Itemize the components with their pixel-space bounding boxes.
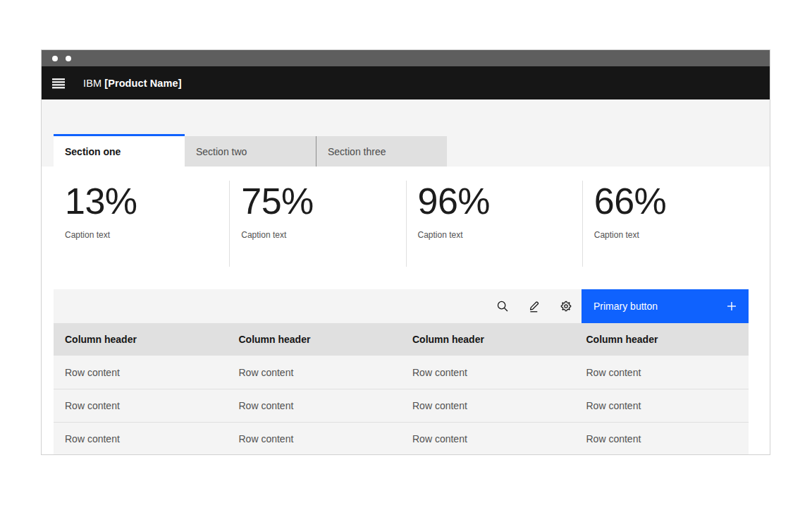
column-header: Column header xyxy=(575,323,749,356)
tab-section-three[interactable]: Section three xyxy=(316,136,447,167)
primary-button-label: Primary button xyxy=(593,301,658,312)
stat-card: 75% Caption text xyxy=(229,181,405,267)
table-cell: Row content xyxy=(575,356,749,389)
table-cell: Row content xyxy=(401,423,575,455)
tab-section-two[interactable]: Section two xyxy=(185,136,316,167)
column-header: Column header xyxy=(401,323,575,356)
app-window: IBM [Product Name] Section one Section t… xyxy=(41,49,770,455)
settings-icon xyxy=(560,300,572,313)
window-control-dot[interactable] xyxy=(52,56,58,61)
tab-bar: Section one Section two Section three xyxy=(54,134,447,167)
table-cell: Row content xyxy=(575,423,749,455)
stat-caption: Caption text xyxy=(418,230,582,240)
column-header: Column header xyxy=(54,323,228,356)
stat-caption: Caption text xyxy=(65,230,229,240)
window-titlebar xyxy=(42,50,770,66)
stat-caption: Caption text xyxy=(241,230,405,240)
menu-button[interactable] xyxy=(46,66,71,99)
stat-card: 96% Caption text xyxy=(406,181,582,267)
stat-caption: Caption text xyxy=(594,230,758,240)
stats-row: 13% Caption text 75% Caption text 96% Ca… xyxy=(54,181,758,267)
table-cell: Row content xyxy=(228,389,402,422)
stat-card: 66% Caption text xyxy=(582,181,758,267)
table-cell: Row content xyxy=(401,389,575,422)
data-table: Primary button Column header Column head… xyxy=(54,289,749,455)
product-name: [Product Name] xyxy=(104,78,181,89)
window-control-dot[interactable] xyxy=(66,56,71,61)
column-header: Column header xyxy=(228,323,402,356)
table-cell: Row content xyxy=(228,423,402,455)
table-row: Row content Row content Row content Row … xyxy=(54,356,749,389)
main-panel: 13% Caption text 75% Caption text 96% Ca… xyxy=(42,167,770,454)
settings-button[interactable] xyxy=(550,289,582,323)
table-header-row: Column header Column header Column heade… xyxy=(54,323,749,356)
stat-card: 13% Caption text xyxy=(54,181,229,267)
table-cell: Row content xyxy=(401,356,575,389)
tab-section-one[interactable]: Section one xyxy=(54,134,185,167)
primary-button[interactable]: Primary button xyxy=(582,289,749,323)
app-title: IBM [Product Name] xyxy=(83,78,182,89)
table-row: Row content Row content Row content Row … xyxy=(54,389,749,422)
search-icon xyxy=(496,300,509,313)
edit-icon xyxy=(528,300,541,313)
table-cell: Row content xyxy=(575,389,749,422)
stat-value: 75% xyxy=(241,182,405,221)
table-row: Row content Row content Row content Row … xyxy=(54,422,749,455)
tab-label: Section one xyxy=(65,146,121,157)
stat-value: 96% xyxy=(418,182,582,221)
tab-label: Section two xyxy=(196,146,247,157)
search-button[interactable] xyxy=(486,289,518,323)
edit-button[interactable] xyxy=(518,289,550,323)
stat-value: 66% xyxy=(594,182,758,221)
content-shell: Section one Section two Section three 13… xyxy=(42,99,770,454)
brand-prefix: IBM xyxy=(83,78,104,89)
hamburger-icon xyxy=(51,76,66,90)
tab-label: Section three xyxy=(328,146,386,157)
stat-value: 13% xyxy=(65,182,229,221)
table-cell: Row content xyxy=(54,356,228,389)
table-toolbar: Primary button xyxy=(54,289,749,323)
app-header: IBM [Product Name] xyxy=(42,66,770,99)
table-cell: Row content xyxy=(54,389,228,422)
table-cell: Row content xyxy=(54,423,228,455)
plus-icon xyxy=(727,301,737,311)
table-cell: Row content xyxy=(228,356,402,389)
